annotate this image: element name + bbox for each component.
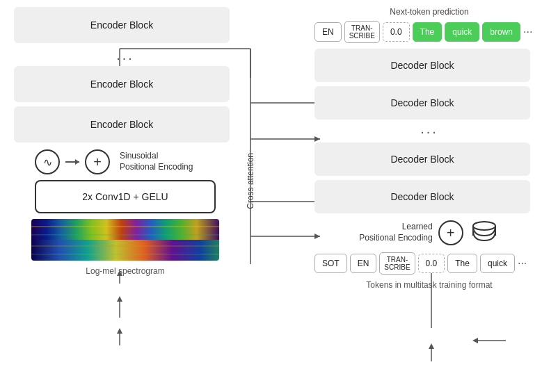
next-token-label: Next-token prediction [314, 7, 544, 17]
database-icon [469, 219, 500, 247]
svg-marker-19 [429, 343, 434, 349]
encoder-block-2: Encoder Block [14, 66, 230, 102]
diagram-container: Encoder Block ... Encoder Block Encoder … [0, 0, 558, 392]
conv-block: 2x Conv1D + GELU [35, 180, 216, 213]
svg-rect-30 [31, 245, 219, 247]
top-token-dots: ··· [523, 26, 532, 38]
spectrogram [31, 219, 219, 261]
svg-rect-31 [31, 254, 219, 255]
token-transcribe-top: TRAN-SCRIBE [344, 21, 380, 43]
arrow-1 [65, 161, 79, 163]
decoder-block-3: Decoder Block [314, 142, 530, 176]
decoder-block-2: Decoder Block [314, 86, 530, 120]
decoder-block-1: Decoder Block [314, 49, 530, 82]
svg-marker-1 [117, 328, 122, 334]
decoder-section: Next-token prediction EN TRAN-SCRIBE 0.0… [314, 7, 544, 290]
bottom-tokens-label: Tokens in multitask training format [314, 280, 544, 290]
token-en-bottom: EN [350, 254, 377, 273]
encoder-block-1: Encoder Block [14, 7, 230, 43]
top-token-row: EN TRAN-SCRIBE 0.0 The quick brown ··· [314, 21, 544, 43]
encoding-label: SinusoidalPositional Encoding [120, 151, 193, 172]
encoder-section: Encoder Block ... Encoder Block Encoder … [14, 7, 237, 276]
token-sot: SOT [314, 254, 347, 273]
plus-symbol-decoder: + [438, 220, 463, 245]
svg-marker-3 [117, 296, 122, 302]
svg-marker-25 [472, 338, 478, 343]
encoder-block-3: Encoder Block [14, 106, 230, 142]
decoder-block-4: Decoder Block [314, 180, 530, 213]
cross-attention-label: Cross attention [246, 153, 255, 209]
svg-point-32 [473, 222, 495, 230]
sinusoidal-encoding-row: ∿ + SinusoidalPositional Encoding [35, 149, 237, 174]
svg-rect-28 [31, 226, 219, 227]
token-quick-bottom: quick [480, 254, 515, 273]
spectrogram-label: Log-mel spectrogram [14, 266, 237, 276]
token-brown-top: brown [482, 22, 520, 42]
sine-symbol: ∿ [35, 149, 60, 174]
decoder-dots: ··· [314, 124, 544, 140]
bottom-token-row: SOT EN TRAN-SCRIBE 0.0 The quick ··· [314, 252, 544, 275]
encoder-dots-top: ... [14, 47, 237, 63]
learned-encoding-row: LearnedPositional Encoding + [314, 219, 544, 247]
token-00-top: 0.0 [383, 22, 410, 42]
learned-label: LearnedPositional Encoding [359, 222, 432, 243]
token-00-bottom: 0.0 [418, 254, 445, 273]
svg-rect-26 [31, 219, 219, 240]
token-quick-top: quick [445, 22, 479, 42]
token-transcribe-bottom: TRAN-SCRIBE [379, 252, 415, 275]
bottom-token-dots: ··· [518, 257, 527, 270]
svg-rect-29 [31, 234, 219, 236]
token-en-top: EN [314, 22, 342, 42]
token-the-top: The [413, 22, 443, 42]
plus-symbol-encoder: + [85, 149, 110, 174]
svg-rect-27 [31, 240, 219, 261]
token-the-bottom: The [447, 254, 477, 273]
